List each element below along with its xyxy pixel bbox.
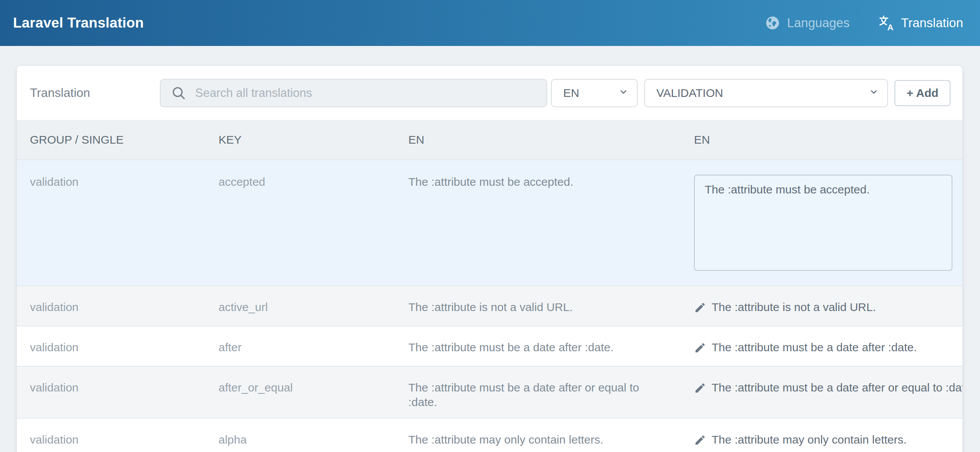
cell-group: validation bbox=[30, 340, 219, 357]
language-select[interactable]: EN bbox=[551, 79, 638, 107]
pencil-icon bbox=[694, 301, 706, 317]
table-body: validation accepted The :attribute must … bbox=[17, 160, 962, 452]
column-header-source: EN bbox=[408, 133, 694, 147]
translation-editor[interactable] bbox=[694, 175, 952, 271]
language-select-value: EN bbox=[563, 87, 579, 100]
cell-source: The :attribute may only contain letters. bbox=[408, 432, 694, 450]
cell-group: validation bbox=[30, 175, 219, 271]
translation-text: The :attribute must be a date after :dat… bbox=[712, 340, 917, 355]
nav-link-label: Translation bbox=[901, 16, 963, 30]
translate-icon: A bbox=[878, 15, 894, 31]
nav-link-languages[interactable]: Languages bbox=[765, 15, 850, 31]
translation-text: The :attribute must be a date after or e… bbox=[712, 380, 962, 395]
column-header-target: EN bbox=[694, 133, 962, 147]
app-title: Laravel Translation bbox=[13, 15, 144, 31]
toolbar: Translation EN VALIDATION bbox=[17, 66, 962, 120]
chevron-down-icon bbox=[868, 86, 880, 100]
chevron-down-icon bbox=[618, 86, 629, 100]
cell-source: The :attribute must be a date after :dat… bbox=[408, 340, 694, 357]
nav-link-label: Languages bbox=[787, 16, 850, 30]
cell-source: The :attribute must be accepted. bbox=[408, 175, 694, 271]
pencil-icon bbox=[694, 382, 706, 398]
translation-display[interactable]: The :attribute must be a date after or e… bbox=[694, 380, 962, 409]
group-select[interactable]: VALIDATION bbox=[644, 79, 888, 107]
translation-display[interactable]: The :attribute must be a date after :dat… bbox=[694, 340, 962, 357]
table-row: validation after_or_equal The :attribute… bbox=[17, 366, 962, 418]
globe-icon bbox=[765, 15, 780, 31]
navbar-links: Languages A Translation bbox=[765, 15, 963, 31]
translation-editor-cell bbox=[694, 175, 962, 271]
column-header-group: GROUP / SINGLE bbox=[30, 133, 219, 147]
cell-key: alpha bbox=[219, 432, 408, 450]
cell-key: after bbox=[219, 340, 408, 357]
navbar: Laravel Translation Languages A bbox=[0, 0, 980, 46]
search-input[interactable] bbox=[161, 80, 546, 106]
cell-key: after_or_equal bbox=[219, 380, 408, 409]
table-header: GROUP / SINGLE KEY EN EN bbox=[17, 120, 962, 160]
cell-key: accepted bbox=[219, 175, 408, 271]
table-row: validation alpha The :attribute may only… bbox=[17, 418, 962, 452]
cell-group: validation bbox=[30, 300, 219, 317]
table-row: validation after The :attribute must be … bbox=[17, 326, 962, 366]
nav-link-translation[interactable]: A Translation bbox=[878, 15, 963, 31]
group-select-value: VALIDATION bbox=[656, 87, 723, 100]
add-button[interactable]: + Add bbox=[894, 80, 950, 106]
translation-display[interactable]: The :attribute is not a valid URL. bbox=[694, 300, 962, 317]
cell-key: active_url bbox=[219, 300, 408, 317]
translation-text: The :attribute may only contain letters. bbox=[712, 432, 907, 447]
page-title: Translation bbox=[30, 86, 160, 100]
column-header-key: KEY bbox=[219, 133, 408, 147]
translation-display[interactable]: The :attribute may only contain letters. bbox=[694, 432, 962, 450]
cell-group: validation bbox=[30, 380, 219, 409]
cell-group: validation bbox=[30, 432, 219, 450]
pencil-icon bbox=[694, 342, 706, 357]
pencil-icon bbox=[694, 434, 706, 450]
search-box bbox=[160, 79, 547, 107]
translation-text: The :attribute is not a valid URL. bbox=[712, 300, 876, 314]
table-row: validation active_url The :attribute is … bbox=[17, 285, 962, 326]
cell-source: The :attribute must be a date after or e… bbox=[408, 380, 694, 409]
svg-text:A: A bbox=[887, 23, 893, 31]
translation-card: Translation EN VALIDATION bbox=[17, 66, 962, 452]
cell-source: The :attribute is not a valid URL. bbox=[408, 300, 694, 317]
table-row: validation accepted The :attribute must … bbox=[17, 160, 962, 285]
